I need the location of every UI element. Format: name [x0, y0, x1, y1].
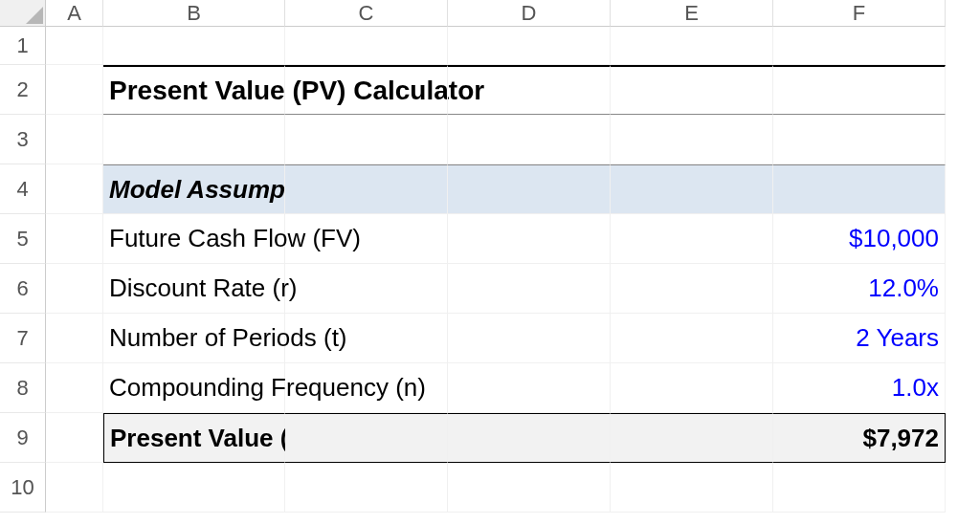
cell-D2[interactable] [448, 65, 611, 115]
cell-D10[interactable] [448, 463, 611, 513]
spreadsheet: A B C D E F 1 2 3 4 5 6 7 8 9 10 Present… [0, 0, 980, 524]
cell-F10[interactable] [773, 463, 946, 513]
column-headers: A B C D E F [46, 0, 980, 27]
col-header-E[interactable]: E [611, 0, 773, 27]
r-label[interactable]: Discount Rate (r) [103, 264, 285, 314]
row-7: Number of Periods (t) 2 Years [46, 314, 980, 363]
cell-E2[interactable] [611, 65, 773, 115]
cell-A1[interactable] [46, 27, 103, 65]
row-8: Compounding Frequency (n) 1.0x [46, 363, 980, 413]
cell-E6[interactable] [611, 264, 773, 314]
row-header-8[interactable]: 8 [0, 363, 46, 413]
cell-A6[interactable] [46, 264, 103, 314]
row-header-1[interactable]: 1 [0, 27, 46, 65]
pv-value[interactable]: $7,972 [773, 413, 946, 463]
row-header-7[interactable]: 7 [0, 314, 46, 363]
cell-E3[interactable] [611, 115, 773, 164]
cell-C6[interactable] [285, 264, 448, 314]
cell-A7[interactable] [46, 314, 103, 363]
cell-D8[interactable] [448, 363, 611, 413]
fv-label[interactable]: Future Cash Flow (FV) [103, 214, 285, 264]
cell-D1[interactable] [448, 27, 611, 65]
cell-C2[interactable] [285, 65, 448, 115]
row-6: Discount Rate (r) 12.0% [46, 264, 980, 314]
col-header-C[interactable]: C [285, 0, 448, 27]
cell-A2[interactable] [46, 65, 103, 115]
cell-A4[interactable] [46, 164, 103, 214]
row-9: Present Value (PV) $7,972 [46, 413, 980, 463]
row-header-9[interactable]: 9 [0, 413, 46, 463]
cell-A8[interactable] [46, 363, 103, 413]
cell-D6[interactable] [448, 264, 611, 314]
fv-value[interactable]: $10,000 [773, 214, 946, 264]
cell-F2[interactable] [773, 65, 946, 115]
row-2: Present Value (PV) Calculator [46, 65, 980, 115]
cell-E1[interactable] [611, 27, 773, 65]
n-label[interactable]: Compounding Frequency (n) [103, 363, 285, 413]
t-value[interactable]: 2 Years [773, 314, 946, 363]
cell-B10[interactable] [103, 463, 285, 513]
cell-A10[interactable] [46, 463, 103, 513]
col-header-F[interactable]: F [773, 0, 946, 27]
row-headers: 1 2 3 4 5 6 7 8 9 10 [0, 27, 46, 513]
row-5: Future Cash Flow (FV) $10,000 [46, 214, 980, 264]
row-header-10[interactable]: 10 [0, 463, 46, 513]
row-header-2[interactable]: 2 [0, 65, 46, 115]
cell-E4[interactable] [611, 164, 773, 214]
cell-D4[interactable] [448, 164, 611, 214]
cell-D3[interactable] [448, 115, 611, 164]
cell-A3[interactable] [46, 115, 103, 164]
cell-C5[interactable] [285, 214, 448, 264]
row-1 [46, 27, 980, 65]
cell-C9[interactable] [285, 413, 448, 463]
cell-E7[interactable] [611, 314, 773, 363]
cell-C10[interactable] [285, 463, 448, 513]
cell-E8[interactable] [611, 363, 773, 413]
grid: Present Value (PV) Calculator Model Assu… [46, 27, 980, 513]
r-value[interactable]: 12.0% [773, 264, 946, 314]
row-3 [46, 115, 980, 164]
page-title[interactable]: Present Value (PV) Calculator [103, 65, 285, 115]
t-label[interactable]: Number of Periods (t) [103, 314, 285, 363]
cell-B1[interactable] [103, 27, 285, 65]
cell-E10[interactable] [611, 463, 773, 513]
cell-B3[interactable] [103, 115, 285, 164]
n-value[interactable]: 1.0x [773, 363, 946, 413]
cell-E9[interactable] [611, 413, 773, 463]
col-header-A[interactable]: A [46, 0, 103, 27]
pv-label[interactable]: Present Value (PV) [103, 413, 285, 463]
col-header-D[interactable]: D [448, 0, 611, 27]
row-header-6[interactable]: 6 [0, 264, 46, 314]
cell-D9[interactable] [448, 413, 611, 463]
row-header-5[interactable]: 5 [0, 214, 46, 264]
section-header[interactable]: Model Assumptions [103, 164, 285, 214]
select-all-corner[interactable] [0, 0, 46, 27]
col-header-B[interactable]: B [103, 0, 285, 27]
cell-C4[interactable] [285, 164, 448, 214]
cell-F1[interactable] [773, 27, 946, 65]
cell-C7[interactable] [285, 314, 448, 363]
row-10 [46, 463, 980, 513]
cell-E5[interactable] [611, 214, 773, 264]
row-header-4[interactable]: 4 [0, 164, 46, 214]
cell-D5[interactable] [448, 214, 611, 264]
cell-C8[interactable] [285, 363, 448, 413]
row-4: Model Assumptions [46, 164, 980, 214]
cell-F4[interactable] [773, 164, 946, 214]
cell-F3[interactable] [773, 115, 946, 164]
cell-A5[interactable] [46, 214, 103, 264]
row-header-3[interactable]: 3 [0, 115, 46, 164]
cell-C1[interactable] [285, 27, 448, 65]
cell-A9[interactable] [46, 413, 103, 463]
cell-C3[interactable] [285, 115, 448, 164]
cell-D7[interactable] [448, 314, 611, 363]
